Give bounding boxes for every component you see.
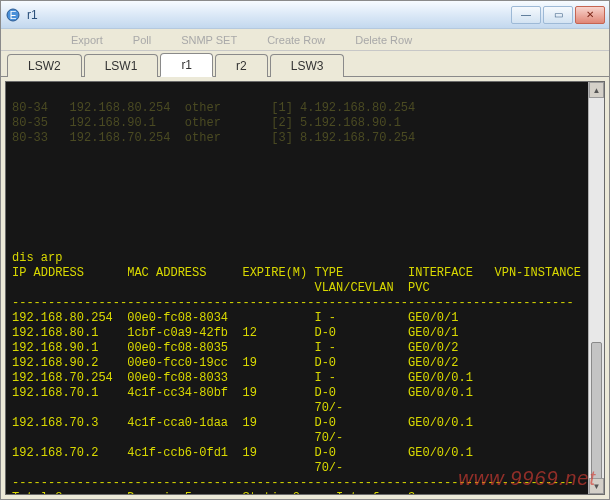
minimize-button[interactable]: — <box>511 6 541 24</box>
tab-lsw1[interactable]: LSW1 <box>84 54 159 77</box>
ghost-btn: Create Row <box>267 34 325 46</box>
tab-r1[interactable]: r1 <box>160 53 213 77</box>
scroll-thumb[interactable] <box>591 342 602 482</box>
tab-r2[interactable]: r2 <box>215 54 268 77</box>
terminal-output[interactable]: 80-34 192.168.80.254 other [1] 4.192.168… <box>6 82 604 495</box>
ghost-btn: Poll <box>133 34 151 46</box>
ghost-btn: Export <box>71 34 103 46</box>
svg-text:E: E <box>10 10 17 21</box>
app-window: E r1 — ▭ ✕ Export Poll SNMP SET Create R… <box>0 0 610 500</box>
tab-strip: LSW2 LSW1 r1 r2 LSW3 <box>1 51 609 77</box>
close-button[interactable]: ✕ <box>575 6 605 24</box>
tab-lsw2[interactable]: LSW2 <box>7 54 82 77</box>
window-title: r1 <box>27 8 511 22</box>
terminal-area: 80-34 192.168.80.254 other [1] 4.192.168… <box>5 81 605 495</box>
window-controls: — ▭ ✕ <box>511 6 605 24</box>
ghost-btn: SNMP SET <box>181 34 237 46</box>
ghost-btn: Delete Row <box>355 34 412 46</box>
app-icon: E <box>5 7 21 23</box>
scroll-down-button[interactable]: ▼ <box>589 478 604 494</box>
titlebar: E r1 — ▭ ✕ <box>1 1 609 29</box>
scroll-up-button[interactable]: ▲ <box>589 82 604 98</box>
tab-lsw3[interactable]: LSW3 <box>270 54 345 77</box>
maximize-button[interactable]: ▭ <box>543 6 573 24</box>
vertical-scrollbar[interactable]: ▲ ▼ <box>588 82 604 494</box>
background-toolbar: Export Poll SNMP SET Create Row Delete R… <box>1 29 609 51</box>
